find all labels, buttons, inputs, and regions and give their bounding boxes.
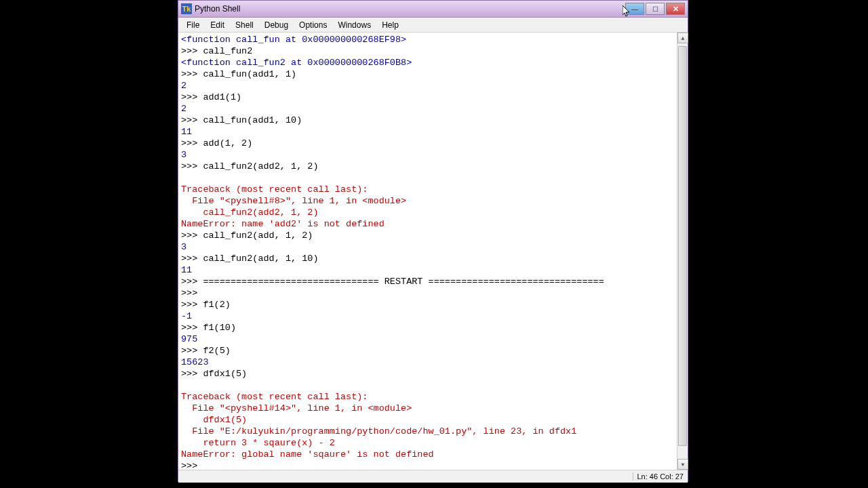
minimize-button[interactable]: — xyxy=(625,3,644,15)
traceback-line: File "<pyshell#8>", line 1, in <module> xyxy=(181,196,406,206)
traceback-line: File "E:/kulyukin/programming/python/cod… xyxy=(181,426,576,436)
prompt: >>> xyxy=(181,69,203,79)
menu-debug[interactable]: Debug xyxy=(259,19,294,31)
restart-line: ================================ RESTART… xyxy=(203,277,604,287)
input-line: call_fun2(add, 1, 2) xyxy=(203,230,313,241)
scroll-thumb[interactable] xyxy=(678,46,687,446)
menubar: File Edit Shell Debug Options Windows He… xyxy=(178,18,688,33)
output-line: <function call_fun at 0x000000000268EF98… xyxy=(181,35,406,45)
input-line: call_fun2 xyxy=(203,46,252,56)
traceback-line: NameError: name 'add2' is not defined xyxy=(181,219,384,229)
prompt: >>> xyxy=(181,346,203,356)
prompt: >>> xyxy=(181,230,203,241)
output-line: <function call_fun2 at 0x000000000268F0B… xyxy=(181,58,412,68)
editor-area: <function call_fun at 0x000000000268EF98… xyxy=(178,33,688,470)
output-line: -1 xyxy=(181,311,192,321)
output-line: 2 xyxy=(181,104,186,114)
window-controls: — ☐ ✕ xyxy=(625,3,685,15)
menu-file[interactable]: File xyxy=(181,19,205,31)
menu-edit[interactable]: Edit xyxy=(205,19,230,31)
menu-help[interactable]: Help xyxy=(376,19,404,31)
prompt: >>> xyxy=(181,461,203,470)
statusbar: Ln: 46 Col: 27 xyxy=(178,470,688,483)
traceback-line: Traceback (most recent call last): xyxy=(181,184,368,195)
titlebar[interactable]: Tk Python Shell — ☐ ✕ xyxy=(178,1,688,18)
python-icon: Tk xyxy=(181,3,192,14)
scroll-down-button[interactable]: ▼ xyxy=(677,459,688,470)
scroll-up-button[interactable]: ▲ xyxy=(677,33,688,43)
output-line: 2 xyxy=(181,81,186,91)
cursor-position: Ln: 46 Col: 27 xyxy=(633,472,684,481)
menu-shell[interactable]: Shell xyxy=(230,19,259,31)
close-button[interactable]: ✕ xyxy=(666,3,685,15)
output-line: 3 xyxy=(181,150,186,160)
output-line: 15623 xyxy=(181,357,209,367)
prompt: >>> xyxy=(181,288,203,298)
traceback-line: File "<pyshell#14>", line 1, in <module> xyxy=(181,403,412,413)
window-title: Python Shell xyxy=(195,4,625,14)
input-line: call_fun(add1, 10) xyxy=(203,115,302,125)
prompt: >>> xyxy=(181,115,203,125)
input-line: f1(10) xyxy=(203,323,236,333)
traceback-line: dfdx1(5) xyxy=(181,415,247,425)
prompt: >>> xyxy=(181,46,203,56)
output-line: 3 xyxy=(181,242,186,252)
input-line: add1(1) xyxy=(203,92,241,102)
output-line: 11 xyxy=(181,265,192,275)
output-line: 975 xyxy=(181,334,197,344)
traceback-line: Traceback (most recent call last): xyxy=(181,392,368,402)
input-line: add(1, 2) xyxy=(203,138,252,148)
prompt: >>> xyxy=(181,277,203,287)
prompt: >>> xyxy=(181,369,203,379)
python-shell-window: Tk Python Shell — ☐ ✕ File Edit Shell De… xyxy=(178,0,688,482)
menu-windows[interactable]: Windows xyxy=(332,19,376,31)
input-line: call_fun(add1, 1) xyxy=(203,69,296,79)
input-line: call_fun2(add2, 1, 2) xyxy=(203,161,318,171)
traceback-line: NameError: global name 'sqaure' is not d… xyxy=(181,449,434,460)
maximize-button[interactable]: ☐ xyxy=(646,3,665,15)
shell-content[interactable]: <function call_fun at 0x000000000268EF98… xyxy=(178,33,677,470)
input-line: call_fun2(add, 1, 10) xyxy=(203,253,318,264)
input-line: f1(2) xyxy=(203,300,231,310)
input-line: dfdx1(5) xyxy=(203,369,247,379)
prompt: >>> xyxy=(181,300,203,310)
vertical-scrollbar[interactable]: ▲ ▼ xyxy=(677,33,688,470)
prompt: >>> xyxy=(181,323,203,333)
traceback-line: call_fun2(add2, 1, 2) xyxy=(181,207,319,218)
prompt: >>> xyxy=(181,161,203,171)
output-line: 11 xyxy=(181,127,192,137)
prompt: >>> xyxy=(181,253,203,264)
prompt: >>> xyxy=(181,92,203,102)
traceback-line: return 3 * sqaure(x) - 2 xyxy=(181,438,335,448)
prompt: >>> xyxy=(181,138,203,148)
menu-options[interactable]: Options xyxy=(294,19,332,31)
input-line: f2(5) xyxy=(203,346,231,356)
